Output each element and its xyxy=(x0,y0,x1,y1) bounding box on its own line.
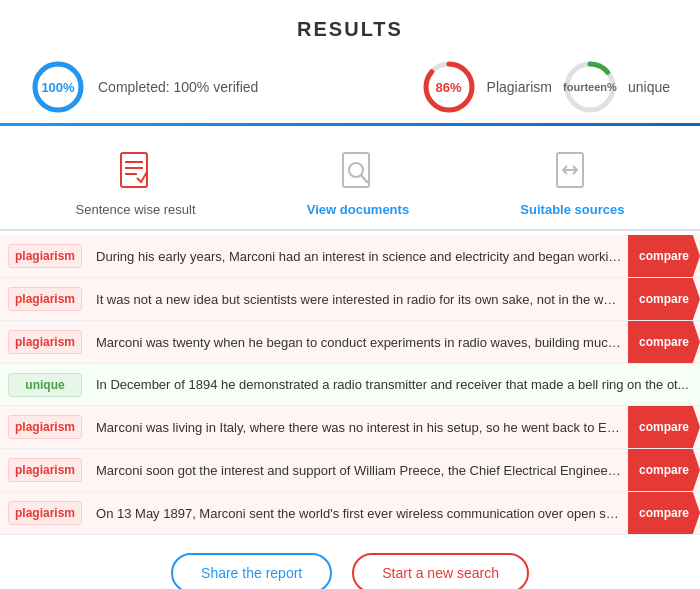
stat-right: 86% Plagiarism fourteen% unique xyxy=(421,59,670,115)
compare-button[interactable]: compare xyxy=(628,492,700,534)
result-badge: plagiarism xyxy=(8,501,82,525)
unique-percent: fourteen% xyxy=(563,81,617,93)
unique-circle: fourteen% xyxy=(562,59,618,115)
svg-rect-10 xyxy=(343,153,369,187)
table-row: plagiarismDuring his early years, Marcon… xyxy=(0,235,700,278)
compare-button[interactable]: compare xyxy=(628,449,700,491)
header-divider xyxy=(0,123,700,126)
result-badge: plagiarism xyxy=(8,330,82,354)
plagiarism-percent: 86% xyxy=(436,80,462,95)
svg-line-12 xyxy=(361,175,367,182)
result-badge: plagiarism xyxy=(8,244,82,268)
unique-label: unique xyxy=(628,79,670,95)
table-row: plagiarismMarconi was living in Italy, w… xyxy=(0,406,700,449)
result-badge: plagiarism xyxy=(8,287,82,311)
view-documents-icon xyxy=(339,152,377,196)
result-text: During his early years, Marconi had an i… xyxy=(90,241,628,272)
table-row: plagiarismOn 13 May 1897, Marconi sent t… xyxy=(0,492,700,535)
result-text: Marconi soon got the interest and suppor… xyxy=(90,455,628,486)
result-text: On 13 May 1897, Marconi sent the world's… xyxy=(90,498,628,529)
suitable-sources-icon xyxy=(553,152,591,196)
tab-sources-label: Suitable sources xyxy=(520,202,624,217)
table-row: uniqueIn December of 1894 he demonstrate… xyxy=(0,364,700,406)
completion-circle: 100% xyxy=(30,59,86,115)
stats-row: 100% Completed: 100% verified 86% Plagia… xyxy=(0,51,700,123)
document-lines-icon xyxy=(117,152,155,196)
result-badge: unique xyxy=(8,373,82,397)
tabs-row: Sentence wise result View documents Suit… xyxy=(0,134,700,231)
tab-sentence[interactable]: Sentence wise result xyxy=(46,144,226,229)
results-list: plagiarismDuring his early years, Marcon… xyxy=(0,235,700,535)
table-row: plagiarismMarconi soon got the interest … xyxy=(0,449,700,492)
tab-documents-label: View documents xyxy=(307,202,409,217)
plagiarism-label: Plagiarism xyxy=(487,79,552,95)
result-badge: plagiarism xyxy=(8,415,82,439)
page-title: RESULTS xyxy=(0,0,700,51)
plagiarism-circle: 86% xyxy=(421,59,477,115)
tab-sentence-label: Sentence wise result xyxy=(76,202,196,217)
completed-text: Completed: 100% verified xyxy=(98,79,258,95)
bottom-buttons: Share the report Start a new search xyxy=(0,535,700,589)
result-badge: plagiarism xyxy=(8,458,82,482)
table-row: plagiarismMarconi was twenty when he beg… xyxy=(0,321,700,364)
svg-rect-6 xyxy=(121,153,147,187)
result-text: Marconi was living in Italy, where there… xyxy=(90,412,628,443)
completion-percent: 100% xyxy=(41,80,74,95)
compare-button[interactable]: compare xyxy=(628,235,700,277)
compare-button[interactable]: compare xyxy=(628,406,700,448)
result-text: It was not a new idea but scientists wer… xyxy=(90,284,628,315)
result-text: In December of 1894 he demonstrated a ra… xyxy=(90,369,700,400)
new-search-button[interactable]: Start a new search xyxy=(352,553,529,589)
compare-button[interactable]: compare xyxy=(628,278,700,320)
tab-documents[interactable]: View documents xyxy=(277,144,439,229)
share-report-button[interactable]: Share the report xyxy=(171,553,332,589)
compare-button[interactable]: compare xyxy=(628,321,700,363)
result-text: Marconi was twenty when he began to cond… xyxy=(90,327,628,358)
stat-left: 100% Completed: 100% verified xyxy=(30,59,258,115)
table-row: plagiarismIt was not a new idea but scie… xyxy=(0,278,700,321)
tab-sources[interactable]: Suitable sources xyxy=(490,144,654,229)
